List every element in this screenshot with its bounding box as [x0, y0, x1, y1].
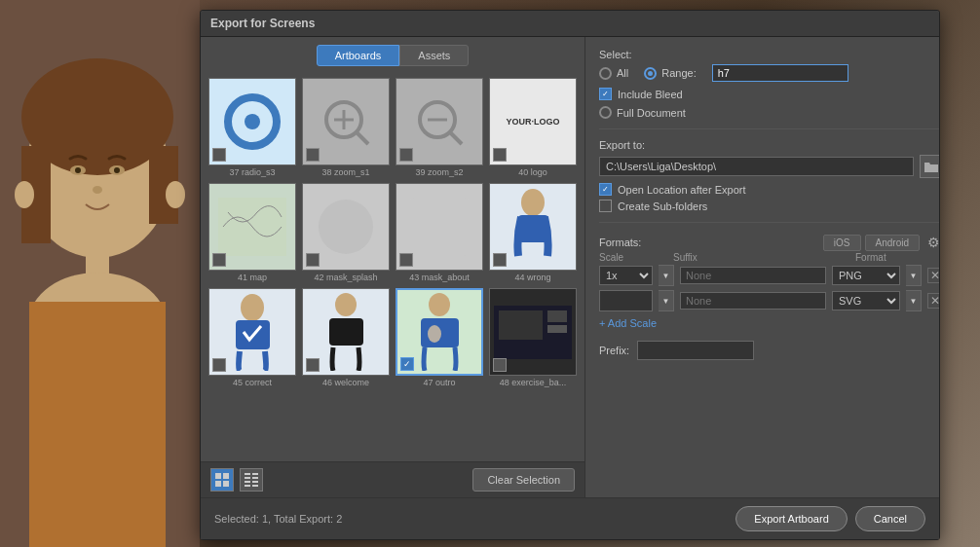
list-view-button[interactable]: [240, 468, 263, 492]
scale-dropdown-arrow-2[interactable]: ▼: [659, 290, 674, 311]
radio-range[interactable]: Range:: [644, 67, 696, 80]
ios-button[interactable]: iOS: [823, 235, 861, 251]
svg-rect-38: [547, 310, 567, 322]
browse-folder-button[interactable]: [920, 155, 939, 178]
artboard-item-41[interactable]: 41 map: [208, 183, 296, 282]
full-doc-radio[interactable]: [599, 106, 612, 119]
radio-all-circle: [599, 67, 612, 80]
artboard-thumb-37: [208, 78, 296, 165]
export-artboard-button[interactable]: Export Artboard: [735, 506, 847, 531]
artboard-check-40[interactable]: [493, 148, 507, 162]
suffix-input-2[interactable]: [680, 292, 826, 310]
open-location-checkbox[interactable]: [599, 183, 612, 196]
suffix-col-header: Suffix: [673, 252, 849, 263]
export-to-section: Export to: Open Location after Export Cr…: [599, 139, 939, 212]
artboard-item-37[interactable]: 37 radio_s3: [208, 78, 296, 177]
add-scale-button[interactable]: + Add Scale: [599, 315, 657, 331]
artboard-thumb-47: [396, 288, 483, 376]
include-bleed-checkbox[interactable]: [599, 88, 612, 100]
format-select-1[interactable]: PNG SVG PDF JPG: [832, 266, 900, 285]
artboard-check-37[interactable]: [212, 148, 226, 162]
suffix-input-1[interactable]: [680, 267, 826, 284]
divider-2: [599, 222, 939, 223]
svg-rect-46: [245, 477, 250, 479]
artboard-item-46[interactable]: 46 welcome: [302, 288, 390, 387]
artboard-label-47: 47 outro: [423, 378, 455, 387]
artboard-item-42[interactable]: 42 mask_splash: [302, 183, 390, 282]
dialog-title: Export for Screens: [210, 17, 315, 30]
formats-label: Formats:: [599, 237, 641, 248]
artboard-grid: 37 radio_s3 38 zoom_s1: [208, 78, 577, 387]
tab-assets[interactable]: Assets: [399, 45, 469, 66]
format-col-header: Format: [855, 252, 939, 263]
svg-rect-44: [245, 473, 250, 475]
svg-line-22: [450, 132, 462, 144]
scale-empty-2: [599, 290, 653, 311]
android-button[interactable]: Android: [865, 235, 920, 251]
artboard-check-48[interactable]: [493, 358, 507, 372]
svg-rect-39: [547, 325, 567, 333]
prefix-row: Prefix:: [599, 341, 939, 360]
clear-selection-button[interactable]: Clear Selection: [472, 468, 575, 492]
artboard-thumb-39: [396, 78, 483, 165]
range-input[interactable]: [712, 64, 848, 82]
delete-format-1-button[interactable]: ✕: [927, 268, 939, 283]
artboard-item-47[interactable]: 47 outro: [396, 288, 483, 387]
artboard-check-46[interactable]: [306, 358, 320, 372]
artboard-check-42[interactable]: [306, 253, 320, 267]
create-subfolders-checkbox[interactable]: [599, 200, 612, 212]
format-select-2[interactable]: SVG PNG PDF JPG: [832, 291, 900, 310]
scale-dropdown-arrow-1[interactable]: ▼: [659, 265, 674, 286]
artboard-check-45[interactable]: [212, 358, 226, 372]
artboard-check-44[interactable]: [493, 253, 507, 267]
svg-point-7: [75, 167, 81, 173]
artboard-thumb-42: [302, 183, 390, 271]
artboard-item-43[interactable]: 43 mask_about: [396, 183, 483, 282]
artboard-check-39[interactable]: [399, 148, 413, 162]
svg-point-27: [521, 189, 545, 216]
prefix-input[interactable]: [637, 341, 754, 360]
format-dropdown-arrow-1[interactable]: ▼: [906, 265, 922, 286]
svg-rect-48: [245, 481, 250, 483]
svg-line-18: [357, 132, 368, 144]
artboard-check-47[interactable]: [400, 357, 414, 371]
artboard-check-43[interactable]: [399, 253, 413, 267]
tab-artboards[interactable]: Artboards: [317, 45, 400, 66]
svg-rect-49: [252, 481, 258, 483]
artboard-label-43: 43 mask_about: [409, 273, 470, 282]
open-location-row: Open Location after Export: [599, 183, 939, 196]
svg-rect-26: [410, 198, 469, 256]
artboard-label-40: 40 logo: [518, 167, 547, 177]
artboard-scroll[interactable]: 37 radio_s3 38 zoom_s1: [201, 74, 584, 461]
artboard-item-45[interactable]: 45 correct: [208, 288, 296, 387]
select-label: Select:: [599, 49, 939, 60]
scale-select-1[interactable]: 1x 2x 3x: [599, 266, 653, 285]
artboard-item-38[interactable]: 38 zoom_s1: [302, 78, 390, 177]
radio-all[interactable]: All: [599, 67, 628, 80]
full-doc-label: Full Document: [617, 107, 686, 119]
artboard-item-39[interactable]: 39 zoom_s2: [396, 78, 483, 177]
artboard-item-40[interactable]: YOUR·LOGO 40 logo: [489, 78, 577, 177]
svg-rect-37: [499, 310, 543, 340]
path-input[interactable]: [599, 157, 914, 176]
format-row-2: ▼ SVG PNG PDF JPG ▼ ✕: [599, 290, 939, 311]
radio-range-circle: [644, 67, 657, 80]
create-subfolders-row: Create Sub-folders: [599, 200, 939, 212]
svg-point-14: [166, 181, 185, 208]
formats-settings-button[interactable]: ⚙: [923, 233, 939, 252]
artboard-item-48[interactable]: 48 exercise_ba...: [489, 288, 577, 387]
export-dialog: Export for Screens Artboards Assets: [200, 10, 940, 540]
svg-point-8: [114, 167, 120, 173]
svg-point-13: [15, 181, 34, 208]
artboard-item-44[interactable]: 44 wrong: [489, 183, 577, 282]
format-table-header: Scale Suffix Format: [599, 252, 939, 263]
svg-rect-40: [215, 473, 221, 479]
delete-format-2-button[interactable]: ✕: [927, 293, 939, 309]
svg-point-25: [319, 200, 373, 254]
artboard-check-38[interactable]: [306, 148, 320, 162]
format-dropdown-arrow-2[interactable]: ▼: [906, 290, 922, 311]
cancel-button[interactable]: Cancel: [855, 506, 925, 531]
artboard-check-41[interactable]: [212, 253, 226, 267]
artboard-label-45: 45 correct: [233, 378, 272, 387]
grid-view-button[interactable]: [210, 468, 234, 492]
